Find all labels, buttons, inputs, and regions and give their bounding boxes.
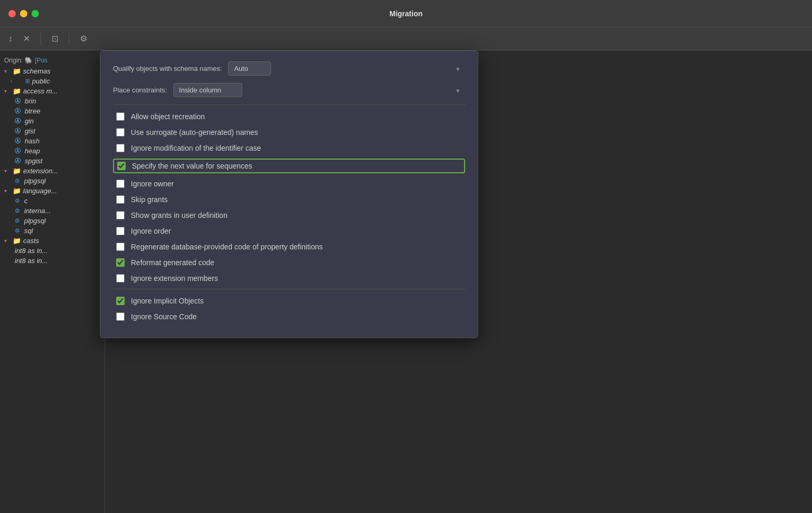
maximize-button[interactable] xyxy=(32,10,39,17)
origin-connection: [Pos xyxy=(35,57,47,64)
list-item[interactable]: Ⓐ brin xyxy=(0,96,105,106)
folder-icon: 📁 xyxy=(13,237,21,245)
ignore-implicit-label: Ignore Implicit Objects xyxy=(131,297,204,305)
checkbox-regenerate-code: Regenerate database-provided code of pro… xyxy=(113,242,465,252)
show-grants-label: Show grants in user definition xyxy=(131,211,228,219)
lang-icon: ⚙ xyxy=(15,197,20,204)
am-icon: Ⓐ xyxy=(15,117,20,125)
skip-grants-checkbox[interactable] xyxy=(116,195,125,204)
folder-icon: 📁 xyxy=(13,167,21,175)
traffic-lights xyxy=(8,10,39,17)
place-constraints-select[interactable]: Inside column Outside column xyxy=(173,83,242,97)
close-icon[interactable]: ✕ xyxy=(21,32,32,46)
left-panel-header: Origin: 🐘 [Pos xyxy=(0,55,105,66)
qualify-row: Qualify objects with schema names: Auto … xyxy=(113,61,465,76)
reformat-code-checkbox[interactable] xyxy=(116,258,125,267)
list-item[interactable]: ▾ 📁 extension... xyxy=(0,166,105,176)
ignore-implicit-checkbox[interactable] xyxy=(116,297,125,305)
list-item[interactable]: ⚙ c xyxy=(0,196,105,206)
show-grants-checkbox[interactable] xyxy=(116,211,125,219)
settings-divider-2 xyxy=(113,289,465,289)
checkbox-allow-recreation: Allow object recreation xyxy=(113,111,465,122)
ignore-owner-checkbox[interactable] xyxy=(116,180,125,188)
place-constraints-label: Place constraints: xyxy=(113,86,167,94)
qualify-select[interactable]: Auto Always Never xyxy=(228,61,271,76)
ignore-extension-checkbox[interactable] xyxy=(116,274,125,282)
checkbox-ignore-source: Ignore Source Code xyxy=(113,311,465,322)
ignore-identifier-checkbox[interactable] xyxy=(116,144,125,152)
elephant-icon-left: 🐘 xyxy=(25,57,33,64)
list-item[interactable]: ⚙ plpgsql xyxy=(0,216,105,226)
allow-recreation-label: Allow object recreation xyxy=(131,112,205,121)
am-icon: Ⓐ xyxy=(15,127,20,135)
checkbox-ignore-implicit: Ignore Implicit Objects xyxy=(113,296,465,306)
settings-popup: Qualify objects with schema names: Auto … xyxy=(100,50,478,338)
list-item[interactable]: › ⊞ public xyxy=(0,76,105,86)
list-item[interactable]: ⚙ sql xyxy=(0,226,105,236)
regenerate-code-checkbox[interactable] xyxy=(116,243,125,251)
use-surrogate-checkbox[interactable] xyxy=(116,128,125,137)
lang-icon: ⚙ xyxy=(15,227,20,234)
list-item[interactable]: int8 as in... xyxy=(0,246,105,256)
toolbar-separator xyxy=(40,33,41,45)
checkbox-show-grants: Show grants in user definition xyxy=(113,210,465,221)
list-item[interactable]: ▾ 📁 language... xyxy=(0,186,105,196)
place-constraints-row: Place constraints: Inside column Outside… xyxy=(113,83,465,97)
ignore-order-checkbox[interactable] xyxy=(116,227,125,235)
specify-next-checkbox[interactable] xyxy=(117,162,126,170)
folder-icon: 📁 xyxy=(13,67,21,75)
main-area: Origin: 🐘 [Pos ▾ 📁 schemas › ⊞ public ▾ … xyxy=(0,50,812,513)
qualify-label: Qualify objects with schema names: xyxy=(113,65,222,72)
toolbar-separator-2 xyxy=(69,33,69,45)
ignore-extension-label: Ignore extension members xyxy=(131,274,218,282)
lang-icon: ⚙ xyxy=(15,207,20,214)
am-icon: Ⓐ xyxy=(15,107,20,115)
close-button[interactable] xyxy=(8,10,16,17)
regenerate-code-label: Regenerate database-provided code of pro… xyxy=(131,243,323,251)
list-item[interactable]: Ⓐ heap xyxy=(0,146,105,156)
list-item[interactable]: Ⓐ btree xyxy=(0,106,105,116)
specify-next-label: Specify the next value for sequences xyxy=(132,162,252,170)
titlebar: Migration xyxy=(0,0,812,27)
list-item[interactable]: ⚙ plpgsql xyxy=(0,176,105,186)
am-icon: Ⓐ xyxy=(15,97,20,105)
left-panel: Origin: 🐘 [Pos ▾ 📁 schemas › ⊞ public ▾ … xyxy=(0,50,105,513)
place-constraints-select-wrapper: Inside column Outside column xyxy=(173,83,465,97)
schema-icon: ⊞ xyxy=(25,78,30,85)
checkbox-ignore-owner: Ignore owner xyxy=(113,179,465,189)
window-title: Migration xyxy=(389,9,423,18)
folder-icon: 📁 xyxy=(13,187,21,195)
am-icon: Ⓐ xyxy=(15,137,20,145)
list-item[interactable]: ▾ 📁 casts xyxy=(0,236,105,246)
ignore-source-label: Ignore Source Code xyxy=(131,312,197,321)
minimize-button[interactable] xyxy=(20,10,27,17)
swap-icon[interactable]: ↕ xyxy=(6,32,15,46)
checkbox-ignore-order: Ignore order xyxy=(113,226,465,236)
ignore-source-checkbox[interactable] xyxy=(116,312,125,321)
settings-divider xyxy=(113,104,465,105)
use-surrogate-label: Use surrogate (auto-generated) names xyxy=(131,128,258,137)
checkbox-reformat-code: Reformat generated code xyxy=(113,257,465,268)
settings-icon[interactable]: ⚙ xyxy=(78,32,89,46)
list-item[interactable]: Ⓐ gin xyxy=(0,116,105,126)
checkbox-skip-grants: Skip grants xyxy=(113,194,465,205)
qualify-select-wrapper: Auto Always Never xyxy=(228,61,465,76)
list-item[interactable]: ▾ 📁 access m... xyxy=(0,86,105,96)
ext-icon: ⚙ xyxy=(15,177,20,184)
list-item[interactable]: Ⓐ gist xyxy=(0,126,105,136)
am-icon: Ⓐ xyxy=(15,157,20,165)
list-item[interactable]: ▾ 📁 schemas xyxy=(0,66,105,76)
list-item[interactable]: Ⓐ spgist xyxy=(0,156,105,166)
reformat-code-label: Reformat generated code xyxy=(131,258,214,267)
allow-recreation-checkbox[interactable] xyxy=(116,112,125,121)
list-item[interactable]: int8 as in... xyxy=(0,256,105,266)
list-item[interactable]: ⚙ interna... xyxy=(0,206,105,216)
list-item[interactable]: Ⓐ hash xyxy=(0,136,105,146)
compare-icon[interactable]: ⊡ xyxy=(49,32,60,46)
ignore-identifier-label: Ignore modification of the identifier ca… xyxy=(131,144,261,152)
am-icon: Ⓐ xyxy=(15,147,20,155)
checkbox-use-surrogate: Use surrogate (auto-generated) names xyxy=(113,127,465,138)
ignore-owner-label: Ignore owner xyxy=(131,180,174,188)
toolbar: ↕ ✕ ⊡ ⚙ xyxy=(0,27,812,50)
ignore-order-label: Ignore order xyxy=(131,227,171,235)
